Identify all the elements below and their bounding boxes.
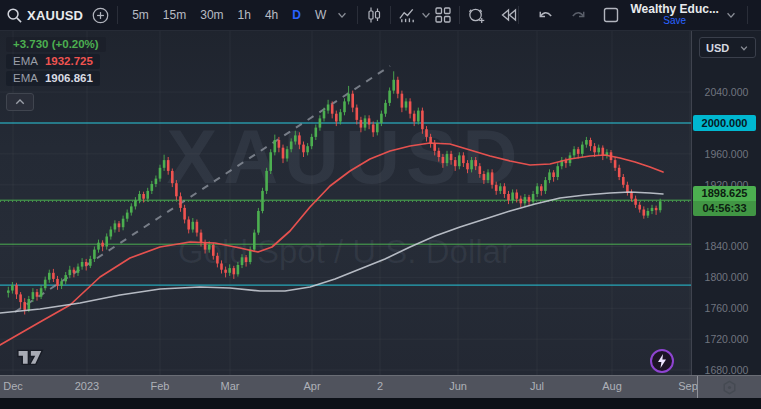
layout-grid-icon[interactable] bbox=[434, 4, 452, 26]
indicator-name: EMA bbox=[13, 72, 38, 84]
toolbar-divider bbox=[117, 6, 118, 24]
bar-countdown: 04:56:33 bbox=[693, 201, 756, 216]
indicator-value: 1906.861 bbox=[45, 72, 93, 84]
time-tick-label: Feb bbox=[142, 380, 178, 392]
time-tick-label: 2023 bbox=[69, 380, 105, 392]
level-2000-label: 2000.000 bbox=[693, 115, 756, 131]
compare-add-icon[interactable] bbox=[91, 4, 110, 26]
replay-icon[interactable] bbox=[500, 4, 518, 26]
lightning-boost-button[interactable] bbox=[650, 349, 674, 373]
top-toolbar: XAUUSD 5m15m30m1h4hDW bbox=[0, 0, 761, 31]
price-tick-label: 1720.000 bbox=[692, 332, 761, 346]
redo-icon[interactable] bbox=[569, 4, 588, 26]
price-tick-label: 1800.000 bbox=[692, 270, 761, 284]
search-icon[interactable] bbox=[6, 4, 23, 26]
timeframe-D[interactable]: D bbox=[287, 6, 306, 24]
save-label[interactable]: Save bbox=[663, 15, 686, 26]
price-scale[interactable]: USD 2040.0001960.0001920.0001840.0001800… bbox=[691, 31, 761, 375]
indicator-value: 1932.725 bbox=[45, 55, 93, 67]
currency-dropdown[interactable]: USD bbox=[699, 37, 756, 58]
svg-text:XAUUSD: XAUUSD bbox=[167, 114, 524, 199]
axis-settings-corner[interactable] bbox=[697, 376, 761, 398]
chart-area: XAUUSDGold Spot / U.S. Dollar +3.730 (+0… bbox=[0, 31, 761, 375]
timeframe-30m[interactable]: 30m bbox=[195, 6, 228, 24]
timeframe-W[interactable]: W bbox=[310, 6, 331, 24]
indicators-icon[interactable] bbox=[398, 4, 417, 26]
trading-app: XAUUSD 5m15m30m1h4hDW bbox=[0, 0, 761, 409]
price-tick-label: 1960.000 bbox=[692, 147, 761, 161]
toolbar-divider bbox=[459, 6, 460, 24]
timeframes-chevron-icon[interactable] bbox=[333, 4, 350, 26]
gear-icon bbox=[722, 380, 737, 395]
indicator-legend: EMA1932.725EMA1906.861 bbox=[6, 54, 100, 88]
price-tick-label: 1840.000 bbox=[692, 239, 761, 253]
indicator-name: EMA bbox=[13, 55, 38, 67]
toolbar-divider bbox=[518, 6, 519, 24]
currency-value: USD bbox=[706, 42, 729, 54]
time-tick-label: Apr bbox=[294, 380, 330, 392]
indicator-row[interactable]: EMA1932.725 bbox=[6, 54, 100, 69]
time-tick-label: 2 bbox=[362, 380, 398, 392]
layout-name: Wealthy Educ... bbox=[630, 4, 718, 15]
time-tick-label: Mar bbox=[212, 380, 248, 392]
price-tick-label: 1760.000 bbox=[692, 301, 761, 315]
symbol-button[interactable]: XAUUSD bbox=[27, 8, 83, 23]
time-tick-label: Dec bbox=[0, 380, 31, 392]
account-chevron-icon[interactable] bbox=[723, 4, 740, 26]
price-tick-label: 2040.000 bbox=[692, 85, 761, 99]
save-layout-icon[interactable] bbox=[602, 4, 620, 26]
layout-name-button[interactable]: Wealthy Educ... Save bbox=[630, 4, 718, 26]
indicators-chevron-icon[interactable] bbox=[417, 4, 434, 26]
time-tick-label: Jun bbox=[440, 380, 476, 392]
tradingview-logo[interactable] bbox=[12, 346, 50, 371]
timeframe-15m[interactable]: 15m bbox=[158, 6, 191, 24]
alert-plus-icon[interactable] bbox=[467, 4, 486, 26]
bottom-strip bbox=[0, 398, 761, 409]
undo-icon[interactable] bbox=[536, 4, 555, 26]
timeframe-5m[interactable]: 5m bbox=[127, 6, 154, 24]
current-price-label: 1898.625 04:56:33 bbox=[693, 186, 756, 216]
currency-chevron-icon bbox=[739, 43, 749, 53]
legend-collapse-button[interactable] bbox=[6, 93, 34, 111]
chart-legend: +3.730 (+0.20%) EMA1932.725EMA1906.861 bbox=[6, 37, 106, 111]
time-axis[interactable]: Dec2023FebMarApr2JunJulAugSep bbox=[0, 375, 761, 398]
toolbar-divider bbox=[747, 6, 748, 24]
timeframe-4h[interactable]: 4h bbox=[260, 6, 283, 24]
price-change-label: +3.730 (+0.20%) bbox=[6, 37, 106, 52]
chart-pane: XAUUSDGold Spot / U.S. Dollar +3.730 (+0… bbox=[0, 31, 691, 375]
svg-text:Gold Spot / U.S. Dollar: Gold Spot / U.S. Dollar bbox=[178, 233, 512, 270]
indicator-row[interactable]: EMA1906.861 bbox=[6, 71, 100, 86]
candlestick-style-icon[interactable] bbox=[365, 4, 383, 26]
current-price-value: 1898.625 bbox=[693, 186, 756, 201]
timeframe-1h[interactable]: 1h bbox=[233, 6, 256, 24]
timeframe-group: 5m15m30m1h4hDW bbox=[125, 6, 333, 24]
time-tick-label: Jul bbox=[519, 380, 555, 392]
toolbar-divider bbox=[390, 6, 391, 24]
time-tick-label: Aug bbox=[594, 380, 630, 392]
toolbar-divider bbox=[357, 6, 358, 24]
